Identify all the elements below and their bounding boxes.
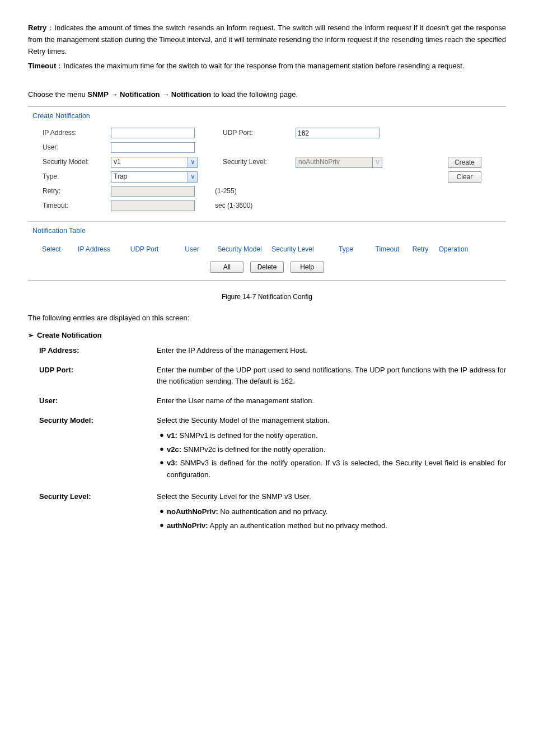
col-retry: Retry	[406, 244, 434, 255]
create-button[interactable]: Create	[448, 157, 481, 168]
chevron-right-icon: ➢	[28, 332, 34, 339]
timeout-label: Timeout:	[32, 200, 111, 211]
menu-path-part: SNMP	[87, 90, 109, 99]
desc-label: IP Address:	[39, 345, 157, 357]
menu-path-suffix: to load the following page.	[213, 90, 298, 99]
clear-button[interactable]: Clear	[448, 171, 481, 183]
type-select[interactable]: Trap ∨	[111, 171, 198, 183]
explain-heading: The following entries are displayed on t…	[28, 312, 506, 324]
desc-ip-address: IP Address: Enter the IP Address of the …	[39, 345, 506, 357]
chevron-down-icon: ∨	[188, 172, 197, 182]
bullet-icon: ●	[157, 458, 167, 481]
security-model-label: Security Model:	[32, 157, 111, 167]
menu-path-part: Notification	[171, 90, 212, 99]
all-button[interactable]: All	[210, 262, 243, 273]
create-notification-heading: Create Notification	[32, 110, 502, 122]
retry-hint: (1-255)	[212, 186, 237, 197]
desc-label: User:	[39, 395, 157, 407]
user-input[interactable]	[111, 142, 195, 153]
type-label: Type:	[32, 171, 111, 182]
timeout-term: Timeout	[28, 62, 56, 70]
bullet-term: v3:	[167, 459, 177, 467]
desc-label: Security Model:	[39, 415, 157, 483]
chevron-down-icon: ∨	[188, 157, 197, 167]
bullet-item: ● v3: SNMPv3 is defined for the notify o…	[157, 458, 506, 481]
menu-path-prefix: Choose the menu	[28, 90, 86, 99]
retry-label: Retry:	[32, 186, 111, 197]
col-secl: Security Level	[262, 244, 324, 255]
bullet-term: authNoPriv:	[167, 521, 208, 530]
desc-security-level: Security Level: Select the Security Leve…	[39, 491, 506, 534]
timeout-input	[111, 200, 195, 211]
retry-input	[111, 186, 195, 197]
timeout-hint: sec (1-3600)	[212, 200, 252, 211]
col-ip: IP Address	[66, 244, 122, 255]
desc-text: Enter the User name of the management st…	[157, 395, 506, 407]
chevron-down-icon: ∨	[372, 157, 382, 167]
timeout-desc: ：Indicates the maximum time for the swit…	[56, 62, 464, 70]
bullet-icon: ●	[157, 520, 167, 532]
udp-port-label: UDP Port:	[212, 128, 296, 138]
col-type: Type	[324, 244, 368, 255]
bullet-item: ● noAuthNoPriv: No authentication and no…	[157, 506, 506, 518]
bullet-text: Apply an authentication method but no pr…	[208, 521, 387, 530]
col-udp: UDP Port	[122, 244, 167, 255]
desc-text: Enter the number of the UDP port used to…	[157, 365, 506, 388]
retry-desc: ：Indicates the amount of times the switc…	[28, 24, 506, 55]
desc-text: Select the Security Model of the managem…	[157, 415, 506, 427]
desc-label: Security Level:	[39, 491, 157, 534]
user-label: User:	[32, 142, 111, 153]
arrow-icon: →	[110, 90, 118, 99]
desc-text: Select the Security Level for the SNMP v…	[157, 491, 506, 503]
col-timeout: Timeout	[368, 244, 406, 255]
bullet-item: ● v2c: SNMPv2c is defined for the notify…	[157, 444, 506, 456]
notification-panel: Create Notification IP Address: UDP Port…	[28, 106, 506, 281]
notification-table-heading: Notification Table	[32, 225, 502, 236]
help-button[interactable]: Help	[291, 262, 324, 273]
table-header: Select IP Address UDP Port User Security…	[32, 241, 502, 258]
security-model-select[interactable]: v1 ∨	[111, 157, 198, 168]
select-value: Trap	[111, 171, 188, 182]
select-value: noAuthNoPriv	[296, 157, 372, 167]
bullet-icon: ●	[157, 506, 167, 518]
bullet-icon: ●	[157, 444, 167, 456]
bullet-term: noAuthNoPriv:	[167, 507, 218, 516]
bullet-term: v2c:	[167, 445, 181, 454]
desc-label: UDP Port:	[39, 365, 157, 388]
desc-security-model: Security Model: Select the Security Mode…	[39, 415, 506, 483]
doc-paragraph: Timeout：Indicates the maximum time for t…	[28, 60, 506, 72]
bullet-term: v1:	[167, 431, 177, 440]
security-level-select: noAuthNoPriv ∨	[296, 157, 382, 168]
bullet-item: ● authNoPriv: Apply an authentication me…	[157, 520, 506, 532]
desc-text: Enter the IP Address of the management H…	[157, 345, 506, 357]
delete-button[interactable]: Delete	[250, 262, 284, 273]
arrow-icon: →	[162, 90, 169, 99]
bullet-text: SNMPv2c is defined for the notify operat…	[181, 445, 325, 454]
figure-caption: Figure 14-7 Notification Config	[28, 292, 506, 302]
udp-port-input[interactable]	[296, 128, 380, 138]
ip-address-label: IP Address:	[32, 128, 111, 138]
col-select: Select	[37, 244, 66, 255]
bullet-icon: ●	[157, 430, 167, 442]
desc-user: User: Enter the User name of the managem…	[39, 395, 506, 407]
col-user: User	[167, 244, 217, 255]
desc-udp-port: UDP Port: Enter the number of the UDP po…	[39, 365, 506, 388]
security-level-label: Security Level:	[212, 157, 296, 167]
retry-term: Retry	[28, 24, 46, 32]
bullet-item: ● v1: SNMPv1 is defined for the notify o…	[157, 430, 506, 442]
menu-path-part: Notification	[120, 90, 160, 99]
section-create-notification: ➢Create Notification	[28, 330, 506, 342]
doc-paragraph: Retry：Indicates the amount of times the …	[28, 22, 506, 57]
bullet-text: No authentication and no privacy.	[218, 507, 328, 516]
ip-address-input[interactable]	[111, 128, 195, 138]
select-value: v1	[111, 157, 188, 167]
bullet-text: SNMPv3 is defined for the notify operati…	[167, 459, 506, 479]
col-operation: Operation	[434, 244, 472, 255]
menu-path: Choose the menu SNMP → Notification → No…	[28, 89, 506, 101]
bullet-text: SNMPv1 is defined for the notify operati…	[177, 431, 318, 440]
col-secm: Security Model	[217, 244, 262, 255]
